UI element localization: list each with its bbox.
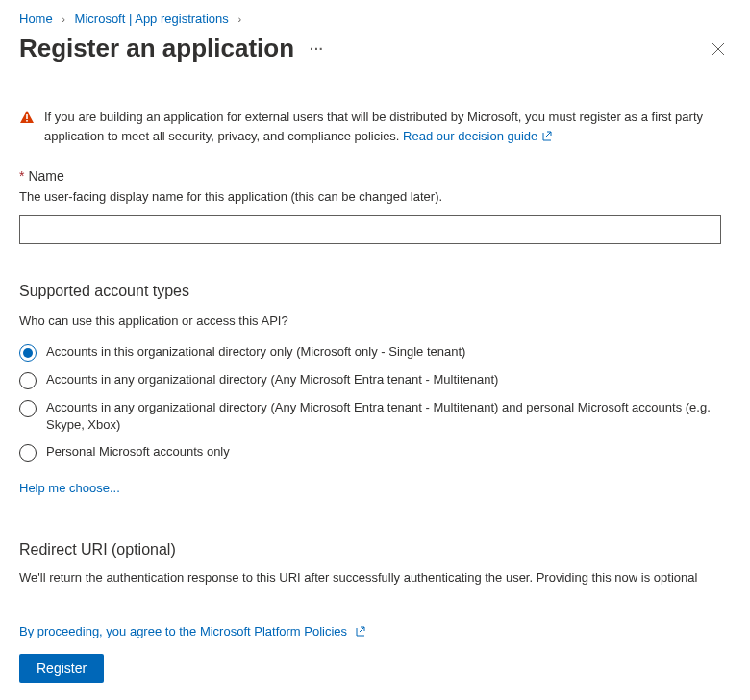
account-types-radio-group: Accounts in this organizational director…: [19, 343, 721, 462]
radio-label: Accounts in this organizational director…: [46, 343, 465, 361]
radio-icon: [19, 400, 37, 417]
close-icon: [712, 42, 725, 56]
external-link-icon: [354, 626, 365, 638]
radio-label: Accounts in any organizational directory…: [46, 399, 721, 434]
warning-message: If you are building an application for e…: [44, 110, 703, 143]
platform-policies-link[interactable]: By proceeding, you agree to the Microsof…: [19, 624, 365, 638]
breadcrumb-separator: ›: [238, 13, 241, 25]
radio-icon: [19, 444, 37, 462]
account-type-option-single-tenant[interactable]: Accounts in this organizational director…: [19, 343, 721, 362]
form-scroll-area[interactable]: If you are building an application for e…: [0, 79, 740, 604]
redirect-uri-help: We'll return the authentication response…: [19, 568, 721, 588]
account-types-help: Who can use this application or access t…: [19, 313, 721, 328]
close-button[interactable]: [706, 37, 731, 62]
footer: By proceeding, you agree to the Microsof…: [0, 610, 750, 700]
page-header: Register an application ···: [0, 34, 750, 71]
warning-notice: If you are building an application for e…: [19, 108, 721, 145]
radio-icon: [19, 344, 37, 362]
decision-guide-link[interactable]: Read our decision guide: [403, 129, 552, 143]
svg-rect-0: [26, 114, 28, 119]
svg-rect-1: [26, 120, 28, 122]
breadcrumb-separator: ›: [62, 13, 65, 25]
breadcrumb-parent[interactable]: Microsoft | App registrations: [75, 12, 229, 26]
account-types-title: Supported account types: [19, 283, 721, 300]
name-label: *Name: [19, 168, 721, 184]
radio-icon: [19, 372, 37, 389]
external-link-icon: [540, 131, 552, 142]
name-label-text: Name: [28, 168, 63, 184]
page-title: Register an application ···: [19, 34, 324, 63]
help-me-choose-link[interactable]: Help me choose...: [19, 481, 120, 495]
required-asterisk: *: [19, 168, 24, 184]
account-type-option-multitenant[interactable]: Accounts in any organizational directory…: [19, 371, 721, 389]
account-type-option-personal-only[interactable]: Personal Microsoft accounts only: [19, 443, 721, 462]
radio-label: Personal Microsoft accounts only: [46, 443, 230, 461]
warning-text: If you are building an application for e…: [44, 108, 721, 145]
breadcrumb: Home › Microsoft | App registrations ›: [0, 0, 750, 34]
breadcrumb-home[interactable]: Home: [19, 12, 53, 26]
account-type-option-multitenant-personal[interactable]: Accounts in any organizational directory…: [19, 399, 721, 434]
warning-icon: [19, 110, 35, 145]
redirect-uri-title: Redirect URI (optional): [19, 541, 721, 559]
more-actions-icon[interactable]: ···: [310, 41, 324, 57]
name-input[interactable]: [19, 215, 721, 244]
register-button[interactable]: Register: [19, 654, 104, 683]
name-help: The user-facing display name for this ap…: [19, 189, 721, 204]
radio-label: Accounts in any organizational directory…: [46, 371, 498, 388]
page-title-text: Register an application: [19, 34, 294, 63]
